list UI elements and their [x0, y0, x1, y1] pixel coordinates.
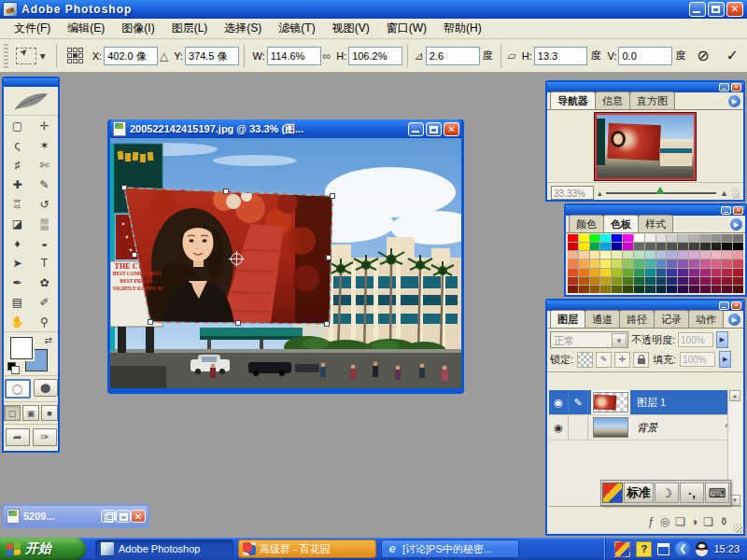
color-swatch[interactable]: [590, 251, 600, 259]
swatches-tab-色板[interactable]: 色板: [603, 215, 639, 232]
layers-tab-通道[interactable]: 通道: [585, 310, 620, 328]
color-swatch[interactable]: [645, 269, 655, 276]
link-column[interactable]: [569, 415, 588, 440]
color-swatch[interactable]: [733, 259, 743, 267]
document-canvas[interactable]: THE CBEST COMICS BEST CLIXBEST PRICESNIG…: [110, 138, 461, 388]
color-swatch[interactable]: [612, 277, 622, 285]
adjustment-layer-button[interactable]: ◑: [691, 515, 698, 528]
color-swatch[interactable]: [722, 251, 732, 259]
color-swatch[interactable]: [733, 234, 743, 242]
panel-close-button[interactable]: ✕: [733, 206, 743, 215]
color-swatch[interactable]: [689, 277, 699, 285]
color-swatch[interactable]: [623, 269, 633, 276]
lock-paint-icon[interactable]: ✎: [596, 352, 612, 368]
color-swatch[interactable]: [712, 251, 722, 259]
panel-minimize-button[interactable]: [721, 206, 731, 215]
eraser-tool[interactable]: ◪: [4, 214, 31, 233]
maximize-button[interactable]: [708, 2, 725, 17]
color-swatch[interactable]: [590, 259, 600, 267]
standard-mode-button[interactable]: ◯: [5, 379, 31, 399]
menu-item-滤镜[interactable]: 滤镜(T): [270, 19, 323, 38]
color-swatch[interactable]: [590, 286, 600, 293]
color-swatch[interactable]: [645, 251, 655, 259]
doc-minimize-button[interactable]: [408, 122, 424, 136]
color-swatch[interactable]: [645, 277, 655, 285]
color-swatch[interactable]: [712, 259, 722, 267]
blend-mode-select[interactable]: 正常: [550, 331, 628, 348]
default-colors-icon[interactable]: [7, 362, 19, 372]
h-skew-field[interactable]: 13.3: [534, 47, 588, 65]
dodge-tool[interactable]: ◒: [31, 233, 58, 253]
color-swatch[interactable]: [712, 234, 722, 242]
lasso-tool[interactable]: ς: [4, 135, 31, 155]
reference-point-locator[interactable]: [67, 48, 83, 63]
visibility-eye-icon[interactable]: ◉: [549, 390, 569, 414]
panel-resize-grip[interactable]: [733, 524, 742, 533]
menu-item-文件[interactable]: 文件(F): [6, 19, 59, 38]
color-swatch[interactable]: [645, 243, 655, 250]
layers-panel-menu-button[interactable]: ▶: [728, 314, 740, 326]
ime-mode-button[interactable]: 标准: [624, 483, 654, 503]
color-swatch[interactable]: [600, 243, 611, 250]
relative-position-icon[interactable]: △: [160, 49, 168, 63]
color-swatch[interactable]: [568, 234, 578, 242]
color-swatch[interactable]: [590, 243, 600, 250]
color-swatch[interactable]: [733, 251, 743, 259]
color-swatch[interactable]: [612, 251, 622, 259]
color-swatch[interactable]: [678, 234, 688, 242]
type-tool[interactable]: T: [31, 253, 58, 273]
color-swatch[interactable]: [656, 234, 667, 242]
doc-maximize-button[interactable]: [426, 122, 442, 136]
zoom-in-button[interactable]: ▲: [720, 189, 728, 198]
color-swatch[interactable]: [579, 243, 589, 250]
panel-minimize-button[interactable]: [719, 83, 729, 91]
delete-layer-button[interactable]: ⚱: [719, 515, 728, 528]
start-button[interactable]: 开始: [0, 538, 86, 560]
doc-close-button[interactable]: ✕: [444, 122, 459, 136]
color-swatch[interactable]: [722, 234, 732, 242]
zoom-slider-thumb[interactable]: [655, 187, 665, 194]
layer-row-layer1[interactable]: ◉ ✎ 图层 1: [549, 390, 741, 415]
color-swatch[interactable]: [634, 277, 644, 285]
menu-item-图像[interactable]: 图像(I): [113, 19, 162, 38]
color-swatch[interactable]: [667, 251, 677, 259]
zoom-out-button[interactable]: ▴: [598, 189, 602, 198]
ime-punctuation-icon[interactable]: ·,: [680, 483, 704, 503]
color-swatch[interactable]: [600, 277, 611, 285]
color-swatch[interactable]: [700, 251, 711, 259]
transform-handle-top-left[interactable]: [121, 185, 127, 190]
color-swatch[interactable]: [623, 286, 633, 293]
lock-all-icon[interactable]: [633, 352, 649, 368]
color-swatch[interactable]: [612, 286, 622, 293]
transform-center-reference-point[interactable]: [231, 253, 243, 265]
panel-minimize-button[interactable]: [719, 301, 729, 310]
color-swatch[interactable]: [722, 243, 732, 250]
hand-tool[interactable]: ✋: [4, 312, 31, 331]
color-swatch[interactable]: [733, 243, 743, 250]
color-swatch[interactable]: [590, 277, 600, 285]
jump-to-imageready-button[interactable]: ➦: [6, 428, 30, 446]
color-swatch[interactable]: [656, 243, 667, 250]
color-swatch[interactable]: [612, 269, 622, 276]
color-swatch[interactable]: [700, 286, 711, 293]
menu-item-选择[interactable]: 选择(S): [216, 19, 270, 38]
minimized-document-window[interactable]: 5209... ✕: [2, 504, 149, 528]
close-button[interactable]: ✕: [131, 510, 146, 523]
color-swatch[interactable]: [712, 243, 722, 250]
color-swatch[interactable]: [600, 259, 611, 267]
transform-handle-middle-left[interactable]: [132, 252, 137, 258]
fullscreen-menubar-button[interactable]: ▣: [22, 405, 39, 421]
color-swatch[interactable]: [689, 269, 699, 276]
tray-window-icon[interactable]: [657, 543, 669, 555]
task-button-qq[interactable]: 高级群 - 百花园: [238, 539, 376, 558]
color-swatch[interactable]: [678, 277, 688, 285]
dropdown-arrow-icon[interactable]: ▾: [40, 49, 46, 63]
color-swatch[interactable]: [700, 234, 711, 242]
menu-item-编辑[interactable]: 编辑(E): [59, 19, 113, 38]
menu-item-帮助[interactable]: 帮助(H): [435, 19, 490, 38]
color-swatch[interactable]: [689, 259, 699, 267]
color-swatch[interactable]: [600, 286, 611, 293]
transform-handle-bottom-middle[interactable]: [235, 320, 241, 326]
layer-style-button[interactable]: ƒ: [648, 515, 655, 528]
eyedropper-tool[interactable]: ✐: [31, 292, 58, 312]
